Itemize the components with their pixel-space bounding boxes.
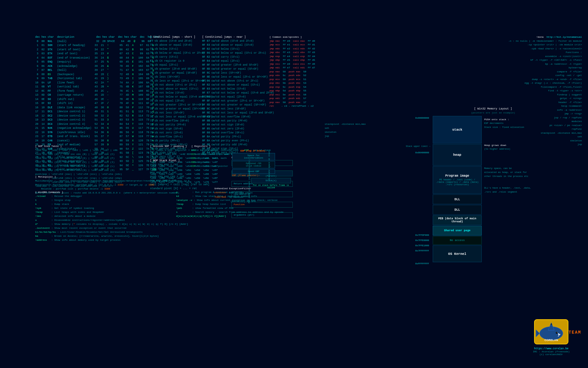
jumps-near: [ Conditional jumps - near ] 0F 87 cw/cd…	[202, 35, 276, 155]
corelan-irc-label: IRC : #corelan (freenode)	[521, 350, 582, 353]
mem-block-program: Program image PE header / .text (code) /…	[433, 166, 482, 194]
team-label: TEAM	[568, 330, 581, 335]
corelan-section: CORELAN ⚠ https://www.corelan.be IRC : #…	[521, 318, 582, 356]
memory-layout: [ Win32 Memory Layout ] (pointers are ju…	[404, 107, 582, 265]
corelan-website-label: https://www.corelan.be	[521, 347, 582, 350]
stack-pivot-section: stackpivot -distance min,max seh skeleto…	[325, 122, 417, 138]
mem-block-kernel: OS Kernel	[433, 245, 482, 262]
stack-alloc-label: Allocate space on stack	[268, 150, 292, 180]
mem-block-dll1: DLL	[433, 194, 482, 204]
mem-block-stack: stack	[433, 116, 482, 144]
mem-block-peb: PEB (data block of main thread)	[433, 215, 482, 225]
common-asm: [ Common asm/opcodes ] jmp eax ff e0 cal…	[270, 35, 349, 108]
main-container: dec hex char description dec hex char de…	[0, 0, 588, 368]
corelan-logo: CORELAN ⚠	[533, 318, 570, 346]
corelan-copyright-label: (c) corelanc0d3r	[521, 353, 582, 356]
memory-layout-subtitle: (pointers are just an example)	[404, 111, 582, 114]
svg-text:⚠: ⚠	[550, 323, 552, 325]
memory-layout-title: [ Win32 Memory Layout ]	[404, 107, 582, 110]
mem-block-heap: heap	[433, 144, 482, 166]
mem-block-shared: Shared user page	[433, 226, 482, 236]
svg-point-4	[556, 332, 558, 334]
mem-block-dll2: DLL	[433, 205, 482, 215]
svg-text:CORELAN: CORELAN	[545, 339, 558, 342]
mem-block-noaccess: No access	[433, 236, 482, 245]
svg-point-5	[557, 332, 557, 333]
